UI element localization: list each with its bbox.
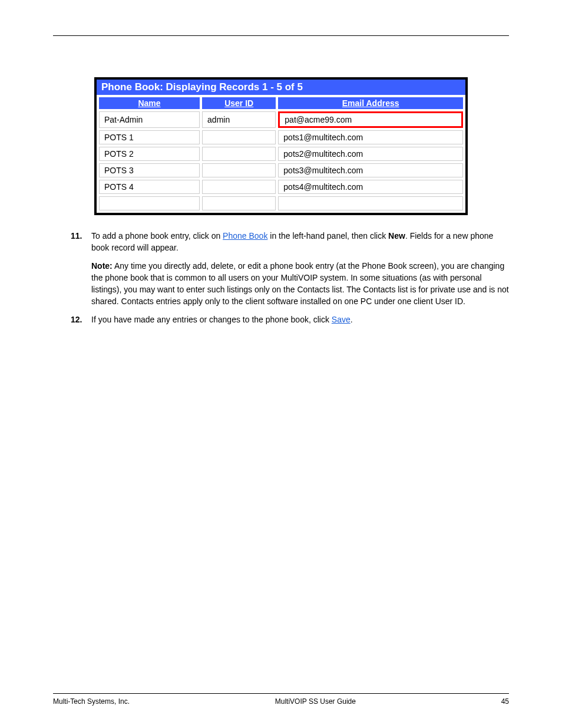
col-header-email[interactable]: Email Address (278, 97, 463, 109)
cell-name[interactable]: POTS 2 (99, 147, 200, 161)
table-row (99, 196, 463, 210)
cell-userid[interactable] (202, 130, 276, 144)
cell-email[interactable]: pots2@multitech.com (278, 147, 463, 161)
step-11: 11. To add a phone book entry, click on … (71, 230, 509, 254)
cell-userid[interactable] (202, 196, 276, 210)
footer-left: Multi-Tech Systems, Inc. (53, 697, 130, 706)
step-text: . (351, 315, 353, 324)
cell-userid[interactable] (202, 147, 276, 161)
table-row: Pat-Adminadminpat@acme99.com (99, 111, 463, 128)
cell-email[interactable]: pat@acme99.com (278, 111, 463, 128)
cell-email[interactable]: pots1@multitech.com (278, 130, 463, 144)
note-text: Any time you directly add, delete, or ed… (91, 261, 509, 307)
cell-email[interactable] (278, 196, 463, 210)
cell-name[interactable]: POTS 4 (99, 180, 200, 194)
save-link[interactable]: Save (332, 315, 351, 324)
footer-center: MultiVOIP SS User Guide (275, 697, 356, 706)
cell-name[interactable]: Pat-Admin (99, 111, 200, 128)
note-label: Note: (91, 261, 113, 271)
step-text: in the left-hand panel, then click (267, 231, 388, 241)
cell-email[interactable]: pots3@multitech.com (278, 163, 463, 177)
cell-name[interactable]: POTS 1 (99, 130, 200, 144)
table-row: POTS 1pots1@multitech.com (99, 130, 463, 144)
cell-email[interactable]: pots4@multitech.com (278, 180, 463, 194)
cell-userid[interactable] (202, 163, 276, 177)
page-footer: Multi-Tech Systems, Inc. MultiVOIP SS Us… (53, 693, 509, 706)
cell-name[interactable]: POTS 3 (99, 163, 200, 177)
table-row: POTS 2pots2@multitech.com (99, 147, 463, 161)
phonebook-title: Phone Book: Displaying Records 1 - 5 of … (97, 80, 465, 95)
cell-name[interactable] (99, 196, 200, 210)
step-number: 12. (71, 314, 91, 325)
new-label: New (388, 231, 405, 241)
col-header-name[interactable]: Name (99, 97, 200, 109)
step-text: To add a phone book entry, click on (91, 231, 223, 241)
table-row: POTS 3pots3@multitech.com (99, 163, 463, 177)
step-text: If you have made any entries or changes … (91, 315, 332, 324)
step-number: 11. (71, 230, 91, 254)
page-header-right: Chapter 3 – Client Installation (416, 24, 509, 32)
step-12: 12. If you have made any entries or chan… (71, 314, 509, 325)
phonebook-table: Phone Book: Displaying Records 1 - 5 of … (94, 77, 468, 215)
table-row: POTS 4pots4@multitech.com (99, 180, 463, 194)
phonebook-link[interactable]: Phone Book (223, 231, 267, 241)
note: Note: Any time you directly add, delete,… (91, 260, 509, 308)
cell-userid[interactable] (202, 180, 276, 194)
cell-userid[interactable]: admin (202, 111, 276, 128)
top-rule (53, 35, 509, 36)
col-header-userid[interactable]: User ID (202, 97, 276, 109)
footer-right: 45 (501, 697, 509, 706)
